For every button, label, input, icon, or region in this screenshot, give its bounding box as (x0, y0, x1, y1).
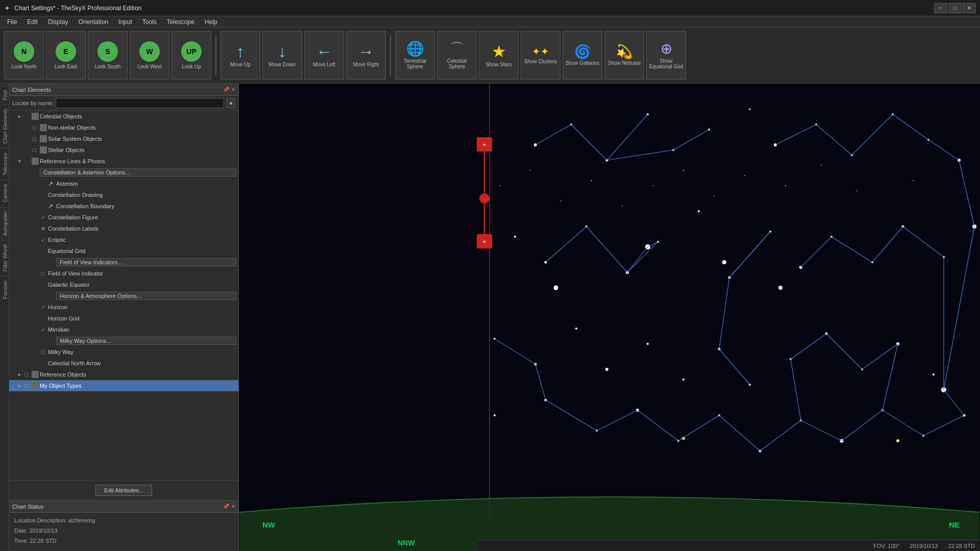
pin-icon[interactable]: 📌 (223, 87, 229, 92)
tree-item-constellation-figure[interactable]: ✓Constellation Figure (9, 212, 238, 223)
menu-item-telescope[interactable]: Telescope (162, 17, 200, 27)
tree-item-horizon[interactable]: ✓Horizon (9, 302, 238, 313)
side-tab-camera[interactable]: Camera (0, 180, 9, 207)
check-constellation-figure[interactable]: ✓ (41, 214, 48, 221)
look-east-button[interactable]: ELook East (46, 31, 86, 80)
close-panel-icon[interactable]: ✕ (231, 87, 235, 92)
celestial-sphere-button[interactable]: ⌒Celestial Sphere (437, 31, 477, 80)
tree-item-stellar-objects[interactable]: □Stellar Objects (9, 144, 238, 156)
edit-attributes-button[interactable]: Edit Attributes... (95, 485, 152, 496)
menu-item-help[interactable]: Help (200, 17, 223, 27)
tree-item-constellation-drawing[interactable]: Constellation Drawing (9, 189, 238, 201)
menu-item-edit[interactable]: Edit (22, 17, 43, 27)
svg-point-45 (494, 414, 496, 416)
status-close-icon[interactable]: ✕ (231, 504, 235, 509)
chart-status-title: Chart Status (12, 504, 43, 510)
move-left-button[interactable]: ←Move Left (304, 31, 344, 80)
tree-item-reference-lines[interactable]: ▾Reference Lines & Photos (9, 156, 238, 167)
minimize-button[interactable]: ─ (934, 3, 947, 13)
tree-item-constellation-labels[interactable]: ✕Constellation Labels (9, 223, 238, 234)
check-ecliptic[interactable]: ✓ (41, 237, 48, 243)
menu-item-tools[interactable]: Tools (137, 17, 162, 27)
check-milky-way[interactable]: □ (41, 349, 48, 355)
show-clusters-button[interactable]: ✦✦Show Clusters (521, 31, 560, 80)
expander-reference-objects[interactable]: ▸ (18, 372, 24, 377)
tree-item-constellation-options[interactable]: Constellation & Asterism Options... (9, 167, 238, 178)
check-fov-indicator[interactable]: □ (41, 270, 48, 277)
toolbar: NLook NorthELook EastSLook SouthWLook We… (0, 28, 980, 84)
side-tab-chart-elements[interactable]: Chart Elements (0, 104, 9, 148)
show-nebulas-button[interactable]: 💫Show Nebulas (604, 31, 644, 80)
expander-my-object-types[interactable]: ▸ (18, 383, 24, 388)
search-input[interactable] (56, 98, 224, 108)
tree-item-celestial-north-arrow[interactable]: Celestial North Arrow (9, 358, 238, 369)
tree-item-milky-way-options[interactable]: Milky Way Options... (9, 335, 238, 346)
show-nebulas-icon: 💫 (616, 45, 632, 58)
item-icon-reference-objects (32, 371, 39, 378)
tree-item-constellation-boundary[interactable]: ↗Constellation Boundary (9, 201, 238, 212)
terrestrial-sphere-button[interactable]: 🌐Terrestrial Sphere (395, 31, 435, 80)
look-south-button[interactable]: SLook South (88, 31, 128, 80)
check-meridian[interactable]: ✓ (41, 327, 48, 333)
look-east-label: Look East (55, 64, 77, 69)
item-label-constellation-options: Constellation & Asterism Options... (40, 168, 236, 177)
item-label-equatorial-grid: Equatorial Grid (48, 248, 236, 254)
tree-item-equatorial-grid[interactable]: Equatorial Grid (9, 245, 238, 257)
menu-item-input[interactable]: Input (113, 17, 137, 27)
search-dropdown[interactable]: ▾ (226, 98, 235, 108)
tree-item-milky-way[interactable]: □Milky Way (9, 346, 238, 358)
move-up-button[interactable]: ↑Move Up (220, 31, 260, 80)
check-reference-objects[interactable]: □ (24, 371, 32, 378)
check-my-object-types[interactable]: □ (24, 383, 32, 389)
check-solar-system-objects[interactable]: □ (33, 136, 40, 142)
check-horizon[interactable]: ✓ (41, 304, 48, 311)
tree-item-meridian[interactable]: ✓Meridian (9, 324, 238, 335)
tree-item-asterism[interactable]: ↗Asterism (9, 178, 238, 189)
svg-text:NNW: NNW (398, 539, 415, 547)
side-tab-telescope[interactable]: Telescope (0, 148, 9, 180)
show-stars-button[interactable]: ★Show Stars (479, 31, 519, 80)
terrestrial-sphere-icon: 🌐 (406, 42, 424, 56)
menu-item-orientation[interactable]: Orientation (73, 17, 113, 27)
item-icon-constellation-boundary: ↗ (48, 203, 56, 210)
look-north-button[interactable]: NLook North (4, 31, 44, 80)
tree-item-my-object-types[interactable]: ▸□My Object Types (9, 380, 238, 391)
move-right-button[interactable]: →Move Right (346, 31, 386, 80)
tree-item-reference-objects[interactable]: ▸□Reference Objects (9, 369, 238, 380)
item-label-my-object-types: My Object Types (40, 383, 236, 389)
expander-reference-lines[interactable]: ▾ (18, 159, 24, 164)
tree-item-horizon-grid[interactable]: Horizon Grid (9, 313, 238, 324)
tree-item-celestial-objects[interactable]: ▸Celestial Objects (9, 111, 238, 122)
side-tab-focuser[interactable]: Focuser (0, 276, 9, 303)
menu-item-file[interactable]: File (2, 17, 22, 27)
tree-item-non-stellar-objects[interactable]: □Non-stellar Objects (9, 122, 238, 133)
check-stellar-objects[interactable]: □ (33, 147, 40, 153)
item-icon-my-object-types (32, 382, 39, 389)
check-non-stellar-objects[interactable]: □ (33, 124, 40, 131)
tree-container[interactable]: ▸Celestial Objects□Non-stellar Objects□S… (9, 111, 238, 480)
tree-item-fov-indicators[interactable]: Field of View Indicators... (9, 257, 238, 268)
svg-line-86 (903, 227, 944, 257)
tree-item-horizon-atmosphere[interactable]: Horizon & Atmosphere Options... (9, 290, 238, 302)
side-tab-autoguider[interactable]: Autoguider (0, 207, 9, 240)
move-down-button[interactable]: ↓Move Down (262, 31, 302, 80)
sky-view[interactable]: + + NW NNW North NNE NE FOV: 100° 2019/1… (239, 84, 980, 551)
expander-celestial-objects[interactable]: ▸ (18, 114, 24, 119)
show-galaxies-button[interactable]: 🌀Show Galaxies (562, 31, 602, 80)
side-tab-find[interactable]: Find (0, 86, 9, 104)
svg-point-59 (560, 201, 561, 202)
svg-line-74 (852, 114, 893, 155)
look-up-button[interactable]: UPLook Up (172, 31, 211, 80)
side-tab-filter-wheel[interactable]: Filter Wheel (0, 240, 9, 276)
tree-item-solar-system-objects[interactable]: □Solar System Objects (9, 133, 238, 144)
menu-item-display[interactable]: Display (43, 17, 73, 27)
tree-item-fov-indicator[interactable]: □Field of View Indicator (9, 268, 238, 279)
show-equatorial-grid-button[interactable]: ⊕Show Equatorial Grid (646, 31, 686, 80)
maximize-button[interactable]: □ (948, 3, 962, 13)
close-button[interactable]: ✕ (963, 3, 976, 13)
status-pin-icon[interactable]: 📌 (223, 504, 229, 509)
look-west-button[interactable]: WLook West (130, 31, 169, 80)
tree-item-ecliptic[interactable]: ✓Ecliptic (9, 234, 238, 245)
tree-item-galactic-equator[interactable]: Galactic Equator (9, 279, 238, 290)
check-constellation-labels[interactable]: ✕ (41, 226, 48, 232)
